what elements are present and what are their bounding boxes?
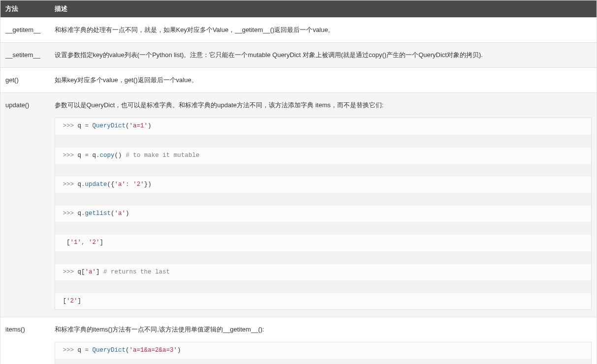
code-line: ['2']	[55, 293, 592, 309]
method-desc: 和标准字典的处理有一点不同，就是，如果Key对应多个Value，__getite…	[50, 18, 597, 43]
code-line: >>> q = QueryDict('a=1&a=2&a=3')	[55, 342, 592, 359]
method-name: update()	[0, 93, 50, 317]
table-row: get() 如果key对应多个value，get()返回最后一个value。	[0, 68, 597, 93]
code-line-empty	[55, 251, 592, 264]
method-name: items()	[0, 317, 50, 364]
code-line-empty	[55, 359, 592, 364]
table-row: update() 参数可以是QueryDict，也可以是标准字典。和标准字典的u…	[0, 93, 597, 317]
code-line-empty	[55, 222, 592, 235]
header-desc: 描述	[50, 0, 597, 18]
code-block-update: >>> q = QueryDict('a=1') >>> q = q.copy(…	[55, 118, 592, 310]
table-header-row: 方法 描述	[0, 0, 597, 18]
code-line: >>> q['a'] # returns the last	[55, 264, 592, 280]
code-line: >>> q.getlist('a')	[55, 206, 592, 222]
method-desc: 如果key对应多个value，get()返回最后一个value。	[50, 68, 597, 93]
code-line: >>> q = QueryDict('a=1')	[55, 118, 592, 134]
code-block-items: >>> q = QueryDict('a=1&a=2&a=3') >>> q.i…	[55, 342, 592, 364]
code-line-empty	[55, 193, 592, 206]
method-name: get()	[0, 68, 50, 93]
method-name: __getitem__	[0, 18, 50, 43]
header-method: 方法	[0, 0, 50, 18]
code-line: >>> q = q.copy() # to make it mutable	[55, 148, 592, 164]
code-line-empty	[55, 280, 592, 293]
table-row: items() 和标准字典的items()方法有一点不同,该方法使用单值逻辑的_…	[0, 317, 597, 364]
desc-text: 和标准字典的items()方法有一点不同,该方法使用单值逻辑的__getitem…	[55, 326, 264, 333]
code-line: >>> q.update({'a': '2'})	[55, 177, 592, 193]
methods-table: 方法 描述 __getitem__ 和标准字典的处理有一点不同，就是，如果Key…	[0, 0, 597, 364]
method-desc: 和标准字典的items()方法有一点不同,该方法使用单值逻辑的__getitem…	[50, 317, 597, 364]
code-line-empty	[55, 164, 592, 177]
method-desc: 参数可以是QueryDict，也可以是标准字典。和标准字典的update方法不同…	[50, 93, 597, 317]
method-name: __setitem__	[0, 43, 50, 68]
table-row: __setitem__ 设置参数指定key的value列表(一个Python l…	[0, 43, 597, 68]
code-line-empty	[55, 135, 592, 148]
method-desc: 设置参数指定key的value列表(一个Python list)。注意：它只能在…	[50, 43, 597, 68]
table-row: __getitem__ 和标准字典的处理有一点不同，就是，如果Key对应多个Va…	[0, 18, 597, 43]
code-line: ['1', '2']	[55, 235, 592, 251]
desc-text: 参数可以是QueryDict，也可以是标准字典。和标准字典的update方法不同…	[55, 101, 384, 109]
